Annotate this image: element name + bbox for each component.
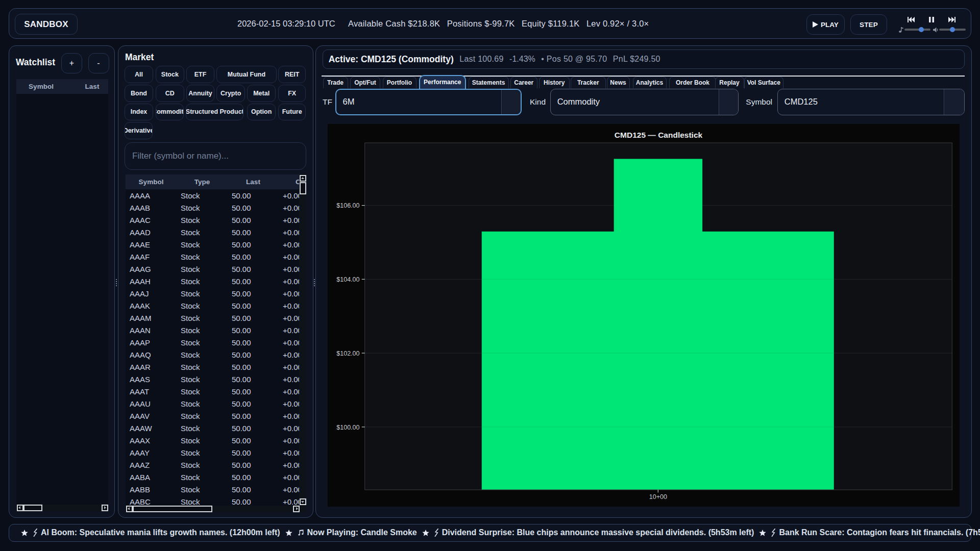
svg-text:CMD125 — Candlestick: CMD125 — Candlestick — [615, 131, 703, 139]
svg-text:$100.00: $100.00 — [336, 424, 359, 431]
svg-text:10+00: 10+00 — [649, 493, 667, 500]
svg-text:$104.00: $104.00 — [336, 276, 359, 283]
svg-text:$106.00: $106.00 — [336, 202, 359, 209]
svg-text:$102.00: $102.00 — [336, 350, 359, 357]
